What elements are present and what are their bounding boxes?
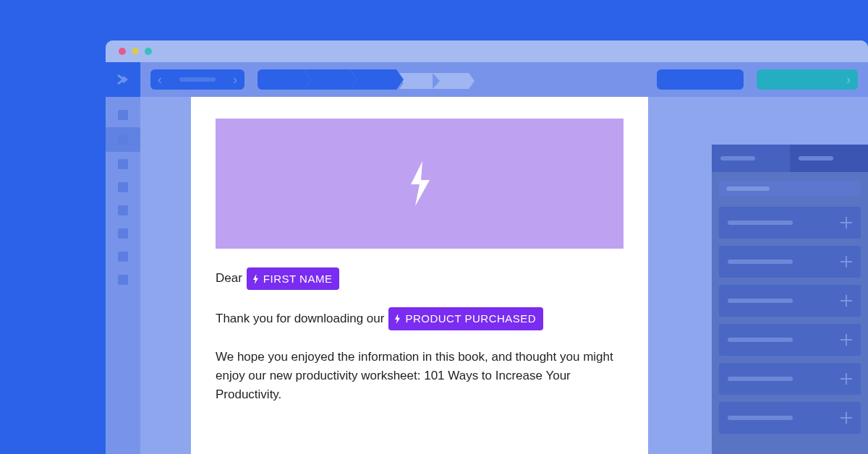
close-icon[interactable]: [119, 48, 126, 55]
browser-window: Dear FIRST NAME Thank you for downloadin…: [106, 40, 868, 454]
nav-placeholder: [179, 77, 216, 82]
drag-handle-icon[interactable]: [841, 334, 852, 346]
sidebar-item[interactable]: [118, 110, 128, 120]
step-active[interactable]: [258, 69, 304, 90]
logo-icon: [116, 72, 130, 87]
left-rail: [106, 62, 140, 454]
step-inactive[interactable]: [433, 73, 469, 89]
drag-handle-icon[interactable]: [841, 373, 852, 385]
panel-search[interactable]: [719, 181, 861, 197]
right-panel: [712, 145, 868, 454]
rail-items: [106, 97, 140, 285]
primary-action-button[interactable]: [757, 69, 858, 90]
sidebar-item[interactable]: [118, 275, 128, 285]
block-item[interactable]: [719, 207, 861, 239]
merge-tag-product[interactable]: PRODUCT PURCHASED: [388, 307, 543, 330]
topbar: [140, 62, 868, 97]
block-label: [728, 260, 793, 264]
merge-tag-label: FIRST NAME: [263, 270, 333, 287]
block-label: [728, 220, 793, 225]
nav-back-forward[interactable]: [150, 69, 244, 90]
chevron-right-icon: [846, 72, 851, 87]
workspace: Dear FIRST NAME Thank you for downloadin…: [140, 97, 868, 454]
email-body: Dear FIRST NAME Thank you for downloadin…: [216, 249, 624, 405]
sidebar-item[interactable]: [118, 228, 128, 239]
progress-stepper: [258, 69, 469, 90]
greeting-line: Dear FIRST NAME: [216, 267, 624, 290]
lightning-bolt-icon: [394, 314, 401, 324]
block-item[interactable]: [719, 363, 861, 395]
block-label: [728, 338, 793, 342]
drag-handle-icon[interactable]: [841, 256, 852, 267]
drag-handle-icon[interactable]: [841, 412, 852, 424]
sidebar-item[interactable]: [118, 159, 128, 169]
minimize-icon[interactable]: [132, 48, 139, 55]
panel-items: [712, 202, 868, 438]
merge-tag-first-name[interactable]: FIRST NAME: [247, 267, 340, 290]
lightning-bolt-icon: [252, 274, 259, 284]
chevron-left-icon[interactable]: [158, 73, 162, 86]
block-item[interactable]: [719, 285, 861, 317]
sidebar-item-active[interactable]: [106, 127, 140, 152]
secondary-action-button[interactable]: [657, 69, 744, 90]
block-item[interactable]: [719, 246, 861, 278]
app-logo[interactable]: [106, 62, 140, 97]
window-titlebar: [106, 40, 868, 62]
panel-tab[interactable]: [790, 145, 868, 172]
drag-handle-icon[interactable]: [841, 295, 852, 307]
block-item[interactable]: [719, 402, 861, 434]
chevron-right-icon[interactable]: [233, 73, 237, 86]
email-hero[interactable]: [216, 119, 624, 249]
thanks-line: Thank you for downloading our PRODUCT PU…: [216, 307, 624, 330]
block-item[interactable]: [719, 324, 861, 356]
block-label: [728, 299, 793, 303]
app-shell: Dear FIRST NAME Thank you for downloadin…: [106, 62, 868, 454]
drag-handle-icon[interactable]: [841, 217, 852, 228]
block-label: [728, 416, 793, 420]
maximize-icon[interactable]: [145, 48, 152, 55]
sidebar-item[interactable]: [118, 252, 128, 262]
thanks-prefix: Thank you for downloading our: [216, 309, 384, 328]
email-paragraph: We hope you enjoyed the information in t…: [216, 348, 621, 405]
email-canvas: Dear FIRST NAME Thank you for downloadin…: [191, 97, 648, 454]
greeting-prefix: Dear: [216, 269, 242, 288]
block-label: [728, 377, 793, 381]
panel-tabs: [712, 145, 868, 172]
app-main: Dear FIRST NAME Thank you for downloadin…: [140, 62, 868, 454]
merge-tag-label: PRODUCT PURCHASED: [405, 310, 536, 327]
sidebar-item[interactable]: [118, 182, 128, 192]
sidebar-item[interactable]: [118, 205, 128, 215]
panel-tab[interactable]: [712, 145, 790, 172]
lightning-bolt-icon: [405, 161, 434, 206]
